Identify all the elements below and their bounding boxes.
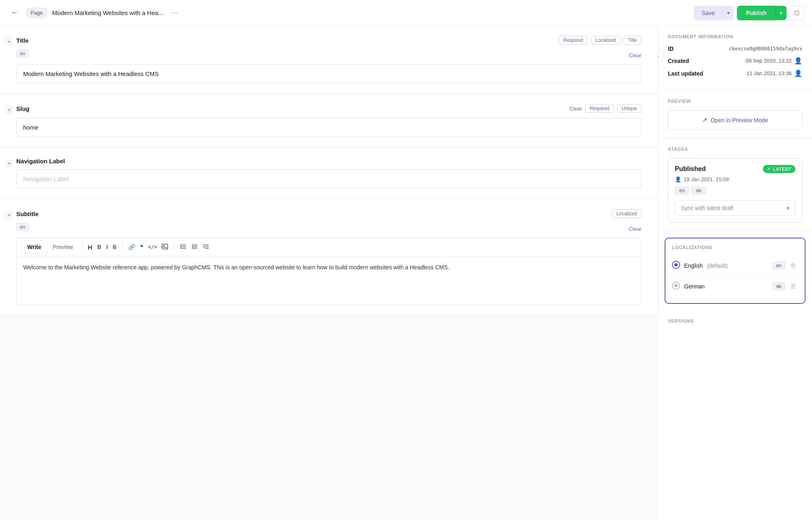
- updated-row: Last updated 11 Jan 2021, 13:36 👤: [668, 69, 802, 77]
- svg-point-1: [163, 245, 164, 246]
- ol-icon: 1. 2. 3.: [191, 245, 198, 251]
- locale-german-name: German: [684, 283, 705, 290]
- locale-german-left: German: [672, 282, 705, 292]
- title-lang-badge: en: [16, 50, 29, 58]
- svg-point-20: [674, 284, 678, 287]
- heading-icon: H: [88, 244, 93, 251]
- ul-icon: [180, 245, 186, 251]
- subtitle-field-header: Subtitle Localized: [16, 209, 641, 218]
- localizations-section: LOCALIZATIONS English (default) en 🗑: [665, 238, 806, 304]
- more-options-button[interactable]: ···: [168, 7, 181, 19]
- locale-german-code: de: [773, 282, 785, 290]
- write-tab[interactable]: Write: [22, 241, 47, 253]
- svg-point-2: [180, 244, 181, 245]
- slug-required-badge: Required: [585, 104, 614, 113]
- slug-collapse-button[interactable]: ▾: [5, 106, 13, 114]
- stage-name: Published: [675, 165, 706, 173]
- title-collapse-button[interactable]: ▾: [5, 37, 13, 46]
- italic-icon: I: [106, 244, 108, 250]
- preview-section: PREVIEW ↗ Open in Preview Mode: [658, 91, 812, 139]
- toolbar-divider-2: [122, 243, 123, 251]
- locale-english-delete-button[interactable]: 🗑: [788, 260, 798, 271]
- created-user-icon: 👤: [794, 57, 802, 65]
- main-layout: ▾ Title Required Localized Title en Clea…: [0, 26, 812, 520]
- sync-label: Sync with latest draft: [681, 205, 733, 211]
- nav-label-input[interactable]: [16, 169, 641, 188]
- header-left: ← Page Modern Marketing Websites with a …: [8, 6, 181, 20]
- stage-lang-de: de: [691, 186, 706, 195]
- code-button[interactable]: </>: [146, 243, 160, 251]
- locale-english-name: English: [684, 262, 703, 269]
- updated-label: Last updated: [668, 70, 703, 77]
- stage-date: 👤 19 Jan 2021, 15:09: [675, 176, 795, 182]
- bold-button[interactable]: B: [95, 242, 104, 252]
- publish-button-group: Publish ▾: [737, 6, 786, 20]
- layout-toggle-button[interactable]: ⊡: [790, 5, 804, 20]
- created-label: Created: [668, 58, 689, 64]
- heading-button[interactable]: H: [86, 242, 95, 252]
- stage-lang-en: en: [675, 186, 689, 195]
- dots-icon: ···: [171, 9, 179, 17]
- title-field-label: Title: [16, 37, 29, 44]
- id-row: ID ckevcse0g08860159dafag9vx: [668, 46, 802, 52]
- unordered-list-button[interactable]: [177, 242, 189, 253]
- header-right: Save ▾ Publish ▾ ⊡: [694, 5, 804, 20]
- slug-unique-badge: Unique: [617, 104, 641, 113]
- quote-button[interactable]: ❝: [138, 242, 146, 252]
- title-input[interactable]: [16, 64, 641, 83]
- content-area: ▾ Title Required Localized Title en Clea…: [0, 26, 658, 520]
- versions-title: VERSIONS: [668, 318, 802, 323]
- subtitle-field-badges: Localized: [612, 209, 641, 218]
- svg-point-6: [180, 247, 181, 249]
- italic-button[interactable]: I: [104, 242, 110, 252]
- subtitle-collapse-button[interactable]: ▾: [5, 211, 13, 219]
- id-label: ID: [668, 46, 674, 52]
- latest-badge: ✓ LATEST: [763, 165, 795, 173]
- stages-title: STAGES: [668, 147, 802, 152]
- save-dropdown-button[interactable]: ▾: [723, 6, 734, 20]
- slug-input[interactable]: [16, 118, 641, 137]
- locale-english-default: (default): [707, 262, 728, 269]
- title-clear-button[interactable]: Clear: [629, 52, 641, 58]
- preview-tab[interactable]: Preview: [47, 241, 79, 253]
- subtitle-editor-content[interactable]: Welcome to the Marketing Website referen…: [17, 256, 641, 305]
- publish-button[interactable]: Publish: [737, 6, 775, 20]
- title-field-section: ▾ Title Required Localized Title en Clea…: [0, 26, 658, 93]
- created-value: 09 Sep 2020, 13:22 👤: [746, 57, 803, 65]
- sync-dropdown-button[interactable]: Sync with latest draft ▾: [675, 200, 795, 216]
- strikethrough-button[interactable]: S: [110, 242, 119, 252]
- open-preview-button[interactable]: ↗ Open in Preview Mode: [668, 110, 802, 130]
- stage-langs: en de: [675, 186, 795, 195]
- locale-item-english: English (default) en 🗑: [672, 256, 798, 276]
- back-button[interactable]: ←: [8, 6, 21, 20]
- image-button[interactable]: [159, 242, 171, 253]
- locale-english-left: English (default): [672, 261, 728, 271]
- slug-field-label: Slug: [16, 105, 30, 112]
- preview-title: PREVIEW: [668, 99, 802, 104]
- back-icon: ←: [11, 9, 18, 17]
- publish-dropdown-button[interactable]: ▾: [775, 6, 786, 20]
- subtitle-lang-badge: en: [16, 223, 29, 231]
- page-title: Modern Marketing Websites with a Hea...: [52, 9, 163, 16]
- external-link-icon: ↗: [702, 116, 707, 124]
- locale-german-delete-button[interactable]: 🗑: [788, 281, 798, 292]
- svg-point-18: [674, 263, 678, 266]
- localizations-title: LOCALIZATIONS: [672, 245, 798, 250]
- toolbar-divider-3: [174, 243, 174, 251]
- link-button[interactable]: 🔗: [126, 242, 138, 252]
- save-button[interactable]: Save: [694, 6, 723, 20]
- check-icon: ✓: [767, 166, 771, 172]
- ordered-list-button[interactable]: 1. 2. 3.: [189, 242, 200, 253]
- open-preview-label: Open in Preview Mode: [710, 117, 768, 124]
- locale-item-german: German de 🗑: [672, 276, 798, 297]
- slug-clear-button[interactable]: Clear: [569, 106, 582, 112]
- subtitle-clear-button[interactable]: Clear: [629, 226, 641, 232]
- quote-icon: ❝: [140, 244, 143, 250]
- nav-label-field-section: ▾ Navigation Label: [0, 148, 658, 199]
- nav-label-collapse-button[interactable]: ▾: [5, 159, 13, 167]
- link-icon: 🔗: [128, 244, 135, 250]
- header: ← Page Modern Marketing Websites with a …: [0, 0, 812, 26]
- stage-user-icon: 👤: [675, 176, 681, 182]
- indent-button[interactable]: [200, 242, 212, 253]
- locale-german-icon: [672, 282, 680, 292]
